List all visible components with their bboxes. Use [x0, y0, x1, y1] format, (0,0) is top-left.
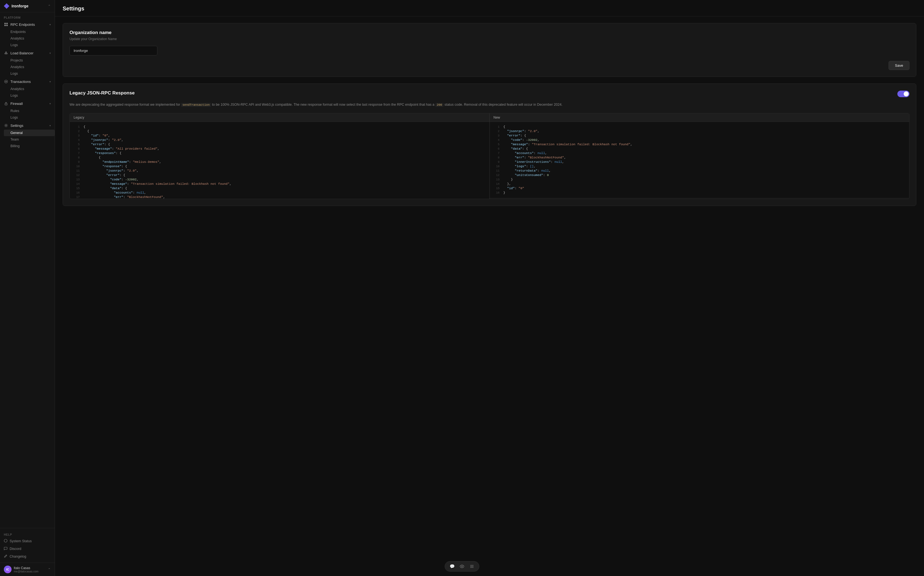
- json-line: 1{: [490, 125, 910, 129]
- group-rpc-endpoints-header[interactable]: RPC Endpoints ▾: [0, 20, 54, 29]
- sidebar-collapse-icon[interactable]: ⌃: [48, 4, 51, 8]
- json-line: 16 "accounts": null,: [70, 190, 490, 195]
- json-line: 4 "jsonrpc": "2.0",: [70, 138, 490, 142]
- page-title: Settings: [62, 5, 916, 12]
- sidebar-item-logs-fw[interactable]: Logs: [4, 114, 54, 121]
- group-firewall: Firewall ▾ Rules Logs: [0, 99, 54, 121]
- svg-rect-3: [6, 25, 8, 26]
- json-line: 10 "logs": [],: [490, 164, 910, 169]
- user-profile[interactable]: IC Italo Casas me@italocasas.com ⌃: [0, 563, 54, 576]
- sidebar-item-rules[interactable]: Rules: [4, 108, 54, 114]
- new-panel: New 1{2 "jsonrpc": "2.0",3 "error": {4 "…: [490, 114, 910, 199]
- card-footer: Save: [69, 61, 910, 70]
- group-firewall-header[interactable]: Firewall ▾: [0, 99, 54, 108]
- group-rpc-label: RPC Endpoints: [10, 22, 35, 27]
- sidebar-item-logs-lb[interactable]: Logs: [4, 70, 54, 77]
- rpc-sub-items: Endpoints Analytics Logs: [0, 29, 54, 48]
- avatar: IC: [4, 566, 11, 573]
- json-line: 12 "unitsConsumed": 0: [490, 173, 910, 178]
- sidebar: Ironforge ⌃ Platform RPC Endpoints ▾: [0, 0, 55, 576]
- json-line: 6 "message": "All providers failed",: [70, 147, 490, 151]
- lb-chevron-icon: ▾: [50, 51, 51, 54]
- json-line: 7 "accounts": null,: [490, 151, 910, 155]
- json-line: 15 "id": "0": [490, 186, 910, 190]
- user-email: me@italocasas.com: [14, 570, 38, 573]
- tx-chevron-icon: ▾: [50, 80, 51, 83]
- logo-icon: [4, 3, 10, 9]
- svg-point-11: [4, 539, 7, 542]
- page-header: Settings: [55, 0, 924, 16]
- group-tx-label: Transactions: [10, 80, 31, 84]
- json-line: 8 {: [70, 155, 490, 160]
- org-name-card-title: Organization name: [69, 30, 910, 35]
- fw-chevron-icon: ▾: [50, 102, 51, 105]
- legacy-card-header: Legacy JSON-RPC Response: [69, 90, 910, 98]
- group-rpc-endpoints: RPC Endpoints ▾ Endpoints Analytics Logs: [0, 20, 54, 48]
- json-line: 13 }: [490, 178, 910, 182]
- json-line: 2 "jsonrpc": "2.0",: [490, 129, 910, 133]
- sidebar-item-analytics-tx[interactable]: Analytics: [4, 86, 54, 92]
- sidebar-item-logs-rpc[interactable]: Logs: [4, 42, 54, 48]
- lock-icon: [4, 101, 8, 106]
- svg-point-7: [5, 81, 6, 82]
- legacy-card-title: Legacy JSON-RPC Response: [69, 90, 135, 96]
- grid-icon: [4, 22, 8, 27]
- json-line: 14 "message": "Transaction simulation fa…: [70, 182, 490, 186]
- org-name-input[interactable]: [69, 46, 157, 56]
- json-line: 12 "error": {: [70, 173, 490, 178]
- sidebar-item-general[interactable]: General: [4, 130, 54, 136]
- group-load-balancer: Load Balancer ▾ Projects Analytics Logs: [0, 49, 54, 77]
- json-line: 1{: [70, 125, 490, 129]
- chat-icon: [4, 547, 7, 551]
- json-line: 15 "data": {: [70, 186, 490, 190]
- sidebar-item-analytics-lb[interactable]: Analytics: [4, 64, 54, 70]
- main-content: Settings Organization name Update your O…: [55, 0, 924, 576]
- json-line: 5 "message": "Transaction simulation fai…: [490, 142, 910, 147]
- json-line: 3 "id": "0",: [70, 133, 490, 138]
- sidebar-item-logs-tx[interactable]: Logs: [4, 92, 54, 99]
- json-line: 3 "error": {: [490, 133, 910, 138]
- org-name-card-subtitle: Update your Organization Name: [69, 37, 910, 41]
- sidebar-item-analytics-rpc[interactable]: Analytics: [4, 35, 54, 42]
- app-logo[interactable]: Ironforge: [4, 3, 28, 9]
- app-name: Ironforge: [11, 4, 28, 8]
- eye-icon[interactable]: [459, 564, 465, 569]
- lb-sub-items: Projects Analytics Logs: [0, 57, 54, 77]
- gear-icon: [4, 123, 8, 128]
- json-line: 17 "err": "BlockhashNotFound",: [70, 195, 490, 199]
- bottom-toolbar: 💬: [445, 561, 479, 571]
- sidebar-item-discord[interactable]: Discord: [0, 545, 54, 553]
- comment-icon[interactable]: 💬: [449, 564, 455, 569]
- org-name-card: Organization name Update your Organizati…: [62, 23, 916, 77]
- sidebar-item-projects[interactable]: Projects: [4, 57, 54, 64]
- section-platform-label: Platform: [0, 12, 54, 20]
- svg-point-13: [461, 566, 463, 567]
- sidebar-header: Ironforge ⌃: [0, 0, 54, 12]
- help-section: Help System Status Discord C: [0, 528, 54, 563]
- tx-sub-items: Analytics Logs: [0, 86, 54, 99]
- group-transactions-header[interactable]: Transactions ▾: [0, 77, 54, 86]
- sidebar-item-system-status[interactable]: System Status: [0, 537, 54, 545]
- group-settings-header[interactable]: Settings ▾: [0, 122, 54, 130]
- content-area: Organization name Update your Organizati…: [55, 16, 924, 213]
- balance-icon: [4, 51, 8, 55]
- group-load-balancer-header[interactable]: Load Balancer ▾: [0, 49, 54, 57]
- sidebar-item-billing[interactable]: Billing: [4, 143, 54, 149]
- json-line: 11 "jsonrpc": "2.0",: [70, 169, 490, 173]
- group-lb-label: Load Balancer: [10, 51, 34, 55]
- legacy-panel-header: Legacy: [70, 114, 490, 122]
- new-panel-header: New: [490, 114, 910, 122]
- sidebar-item-team[interactable]: Team: [4, 136, 54, 143]
- save-button[interactable]: Save: [889, 61, 910, 70]
- new-json-body[interactable]: 1{2 "jsonrpc": "2.0",3 "error": {4 "code…: [490, 122, 910, 198]
- svg-rect-2: [5, 25, 6, 26]
- menu-icon[interactable]: [469, 564, 475, 569]
- sidebar-item-endpoints[interactable]: Endpoints: [4, 29, 54, 35]
- svg-rect-0: [5, 23, 6, 24]
- legacy-toggle[interactable]: [897, 91, 910, 97]
- sidebar-item-changelog[interactable]: Changelog: [0, 553, 54, 560]
- circle-icon: [4, 539, 7, 543]
- json-line: 16}: [490, 190, 910, 195]
- legacy-json-body[interactable]: 1{2 {3 "id": "0",4 "jsonrpc": "2.0",5 "e…: [70, 122, 490, 199]
- group-transactions: Transactions ▾ Analytics Logs: [0, 77, 54, 99]
